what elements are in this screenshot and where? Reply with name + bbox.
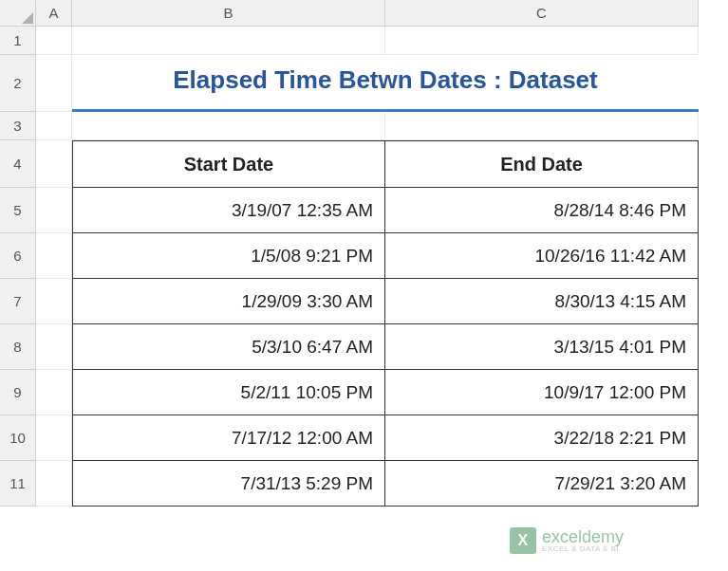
cell-c3[interactable]: [385, 112, 699, 140]
table-row[interactable]: 8/30/13 4:15 AM: [385, 279, 699, 324]
select-all-corner[interactable]: [0, 0, 36, 27]
cell-a11[interactable]: [36, 461, 72, 507]
table-row[interactable]: 10/26/16 11:42 AM: [385, 233, 699, 279]
col-header-b[interactable]: B: [72, 0, 385, 27]
row-header-4[interactable]: 4: [0, 140, 36, 188]
table-row[interactable]: 5/2/11 10:05 PM: [72, 370, 385, 415]
watermark: exceldemy EXCEL & DATA & BI: [510, 527, 624, 554]
row-header-7[interactable]: 7: [0, 279, 36, 324]
row-header-3[interactable]: 3: [0, 112, 36, 140]
row-header-10[interactable]: 10: [0, 415, 36, 461]
cell-a2[interactable]: [36, 55, 72, 112]
watermark-text: exceldemy EXCEL & DATA & BI: [542, 528, 624, 553]
table-row[interactable]: 7/17/12 12:00 AM: [72, 415, 385, 461]
cell-a5[interactable]: [36, 188, 72, 233]
cell-c1[interactable]: [385, 27, 699, 55]
cell-a9[interactable]: [36, 370, 72, 415]
cell-a7[interactable]: [36, 279, 72, 324]
row-header-2[interactable]: 2: [0, 55, 36, 112]
watermark-sub: EXCEL & DATA & BI: [542, 545, 624, 553]
row-header-8[interactable]: 8: [0, 324, 36, 370]
row-header-1[interactable]: 1: [0, 27, 36, 55]
table-row[interactable]: 7/31/13 5:29 PM: [72, 461, 385, 507]
table-row[interactable]: 10/9/17 12:00 PM: [385, 370, 699, 415]
table-header-end[interactable]: End Date: [385, 140, 699, 188]
cell-b3[interactable]: [72, 112, 385, 140]
cell-a6[interactable]: [36, 233, 72, 279]
table-row[interactable]: 1/5/08 9:21 PM: [72, 233, 385, 279]
col-header-c[interactable]: C: [385, 0, 699, 27]
cell-a4[interactable]: [36, 140, 72, 188]
table-row[interactable]: 5/3/10 6:47 AM: [72, 324, 385, 370]
table-row[interactable]: 1/29/09 3:30 AM: [72, 279, 385, 324]
cell-a3[interactable]: [36, 112, 72, 140]
table-row[interactable]: 8/28/14 8:46 PM: [385, 188, 699, 233]
cell-b1[interactable]: [72, 27, 385, 55]
col-header-a[interactable]: A: [36, 0, 72, 27]
cell-a10[interactable]: [36, 415, 72, 461]
row-header-5[interactable]: 5: [0, 188, 36, 233]
table-header-start[interactable]: Start Date: [72, 140, 385, 188]
page-title[interactable]: Elapsed Time Betwn Dates : Dataset: [72, 55, 699, 112]
table-row[interactable]: 3/19/07 12:35 AM: [72, 188, 385, 233]
cell-a8[interactable]: [36, 324, 72, 370]
row-header-9[interactable]: 9: [0, 370, 36, 415]
table-row[interactable]: 7/29/21 3:20 AM: [385, 461, 699, 507]
table-row[interactable]: 3/22/18 2:21 PM: [385, 415, 699, 461]
spreadsheet-grid: A B C 1 2 Elapsed Time Betwn Dates : Dat…: [0, 0, 728, 507]
cell-a1[interactable]: [36, 27, 72, 55]
watermark-main: exceldemy: [542, 528, 624, 545]
row-header-11[interactable]: 11: [0, 461, 36, 507]
excel-icon: [510, 527, 536, 554]
row-header-6[interactable]: 6: [0, 233, 36, 279]
table-row[interactable]: 3/13/15 4:01 PM: [385, 324, 699, 370]
